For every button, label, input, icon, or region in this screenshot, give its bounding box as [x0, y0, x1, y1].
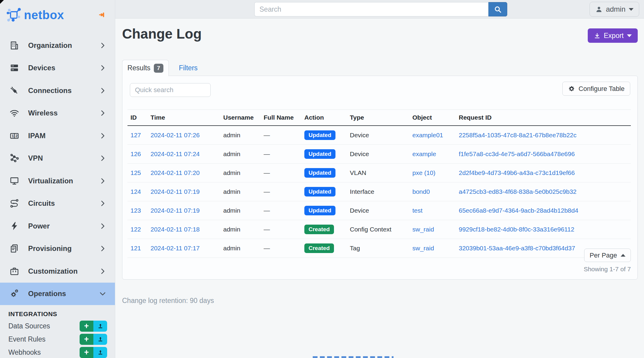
sidebar-item-operations[interactable]: Operations [0, 283, 115, 305]
column-header-object[interactable]: Object [409, 110, 456, 126]
sidebar-item-label: Connections [28, 86, 99, 95]
user-menu-button[interactable]: admin [590, 2, 639, 17]
action-badge: Created [304, 225, 334, 234]
results-count-badge: 7 [154, 64, 164, 73]
integration-actions: + [80, 347, 107, 358]
request-id-link[interactable]: a4725cb3-ed83-4f68-838a-5e0b025c9b32 [459, 188, 577, 195]
changelog-id-link[interactable]: 124 [130, 188, 141, 195]
add-button[interactable]: + [80, 321, 93, 332]
sidebar-item-virtualization[interactable]: Virtualization [0, 170, 115, 192]
integration-item-webhooks: Webhooks+ [0, 346, 115, 358]
changelog-time-link[interactable]: 2024-02-11 07:19 [151, 207, 200, 214]
id-cell: 125 [127, 164, 148, 182]
import-button[interactable] [93, 321, 107, 332]
chevron-down-icon [627, 34, 632, 37]
sidebar-item-customization[interactable]: Customization [0, 260, 115, 283]
object-link[interactable]: example [412, 150, 436, 157]
changelog-id-link[interactable]: 123 [130, 207, 141, 214]
pin-sidebar-icon[interactable] [98, 11, 107, 19]
username-cell: admin [220, 126, 261, 145]
changelog-time-link[interactable]: 2024-02-11 07:24 [151, 150, 200, 157]
action-badge: Updated [304, 206, 335, 215]
changelog-id-link[interactable]: 126 [130, 150, 141, 157]
chevron-right-icon [99, 222, 107, 230]
request-id-link[interactable]: 9929cf18-be82-4d0b-8f0c-33a316e96112 [459, 226, 574, 233]
sidebar-item-power[interactable]: Power [0, 215, 115, 237]
table-row: 1272024-02-11 07:26admin—UpdatedDeviceex… [127, 126, 631, 145]
quick-search-input[interactable] [130, 83, 211, 97]
changelog-time-link[interactable]: 2024-02-11 07:18 [151, 226, 200, 233]
time-cell: 2024-02-11 07:24 [148, 145, 220, 164]
sidebar-item-devices[interactable]: Devices [0, 57, 115, 80]
request-id-link[interactable]: f1fe57a8-cc3d-4e75-a6d7-566ba478e696 [459, 150, 575, 157]
column-header-type[interactable]: Type [347, 110, 409, 126]
changelog-id-link[interactable]: 125 [130, 169, 141, 176]
request-id-link[interactable]: 32039b01-53aa-46e9-a3f8-c70bd3f64d37 [459, 245, 575, 252]
changelog-time-link[interactable]: 2024-02-11 07:26 [151, 132, 200, 138]
changelog-time-link[interactable]: 2024-02-11 07:17 [151, 245, 200, 252]
integration-item-data-sources: Data Sources+ [0, 319, 115, 333]
configure-table-button[interactable]: Configure Table [562, 82, 630, 96]
column-header-action[interactable]: Action [301, 110, 347, 126]
tab-results[interactable]: Results 7 [122, 60, 169, 76]
object-link[interactable]: pxe (10) [412, 169, 435, 176]
object-link[interactable]: bond0 [412, 188, 430, 195]
request-id-link[interactable]: 65ec66a8-e9d7-4364-9acb-28ad4b12b8d4 [459, 207, 578, 214]
sidebar-item-vpn[interactable]: VPN [0, 147, 115, 170]
sidebar-item-ipam[interactable]: 1 2IPAM [0, 124, 115, 147]
object-link[interactable]: test [412, 207, 423, 214]
column-header-full-name[interactable]: Full Name [261, 110, 301, 126]
column-header-id[interactable]: ID [127, 110, 148, 126]
request-id-cell: f1fe57a8-cc3d-4e75-a6d7-566ba478e696 [456, 145, 631, 164]
full-name-cell: — [261, 220, 301, 239]
upload-icon [97, 336, 104, 342]
changelog-id-link[interactable]: 122 [130, 226, 141, 233]
request-id-cell: 65ec66a8-e9d7-4364-9acb-28ad4b12b8d4 [456, 201, 631, 220]
sidebar-item-label: Provisioning [28, 244, 99, 253]
request-id-link[interactable]: 2258f5a4-1035-47c8-8a21-67b8ee78b22c [459, 132, 577, 138]
column-header-username[interactable]: Username [220, 110, 261, 126]
add-button[interactable]: + [80, 334, 93, 345]
integrations-section: INTEGRATIONS Data Sources+Event Rules+We… [0, 310, 115, 358]
import-button[interactable] [93, 347, 107, 358]
gear-icon [568, 85, 575, 92]
integration-item-link[interactable]: Data Sources [8, 322, 80, 330]
chevron-right-icon [99, 267, 107, 275]
per-page-button[interactable]: Per Page [584, 249, 631, 262]
changelog-id-link[interactable]: 121 [130, 245, 141, 252]
changelog-id-link[interactable]: 127 [130, 132, 141, 138]
netbox-wordmark[interactable]: netbox [24, 8, 64, 22]
column-header-time[interactable]: Time [148, 110, 220, 126]
request-id-cell: a4725cb3-ed83-4f68-838a-5e0b025c9b32 [456, 182, 631, 201]
object-cell: sw_raid [409, 239, 456, 258]
type-cell: VLAN [347, 164, 409, 182]
building-icon [9, 40, 20, 51]
netbox-logo-icon[interactable] [6, 7, 22, 23]
search-input[interactable] [254, 2, 488, 16]
tab-filters[interactable]: Filters [169, 60, 208, 76]
sidebar-item-provisioning[interactable]: Provisioning [0, 237, 115, 260]
sidebar-item-organization[interactable]: Organization [0, 34, 115, 57]
integration-item-link[interactable]: Event Rules [8, 335, 80, 343]
search-button[interactable] [488, 2, 507, 16]
action-cell: Created [301, 220, 347, 239]
object-link[interactable]: sw_raid [412, 245, 434, 252]
column-header-request-id[interactable]: Request ID [456, 110, 631, 126]
sidebar-item-circuits[interactable]: Circuits [0, 192, 115, 215]
changelog-time-link[interactable]: 2024-02-11 07:19 [151, 188, 200, 195]
chevron-down-icon [629, 8, 634, 11]
page-title: Change Log [122, 26, 202, 42]
integration-item-link[interactable]: Webhooks [8, 348, 80, 357]
changelog-time-link[interactable]: 2024-02-11 07:20 [151, 169, 200, 176]
sidebar-item-connections[interactable]: Connections [0, 79, 115, 102]
add-button[interactable]: + [80, 347, 93, 358]
action-cell: Created [301, 239, 347, 258]
object-link[interactable]: sw_raid [412, 226, 434, 233]
request-id-link[interactable]: 2d2f4be9-4d73-49b6-a43a-c73c1d19ef66 [459, 169, 575, 176]
object-link[interactable]: example01 [412, 132, 443, 138]
import-button[interactable] [93, 334, 107, 345]
type-cell: Tag [347, 239, 409, 258]
sidebar-item-wireless[interactable]: Wireless [0, 102, 115, 125]
export-button[interactable]: Export [588, 28, 638, 43]
object-cell: pxe (10) [409, 164, 456, 182]
